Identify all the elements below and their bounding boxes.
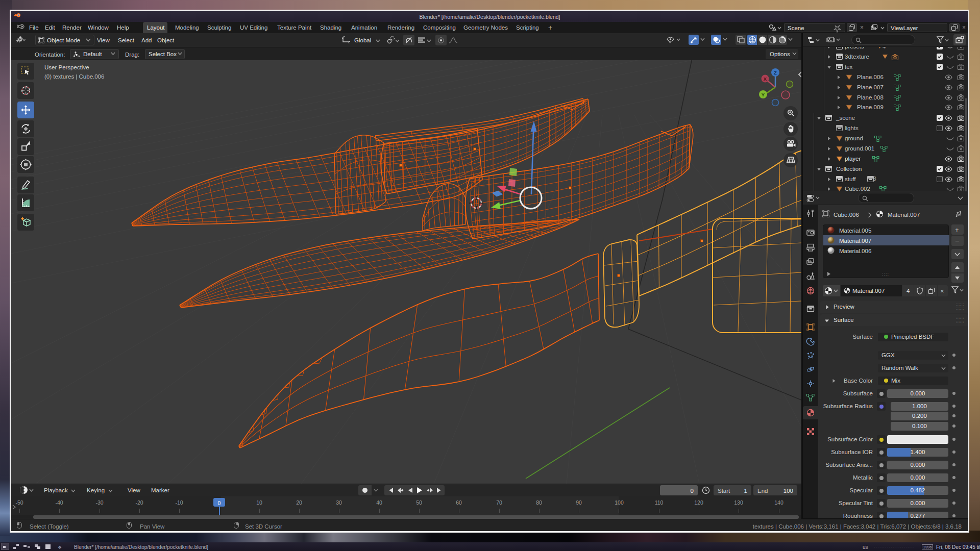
svg-text:Y: Y	[762, 92, 765, 97]
svg-text:X: X	[764, 76, 767, 82]
svg-text:Z: Z	[774, 70, 777, 76]
